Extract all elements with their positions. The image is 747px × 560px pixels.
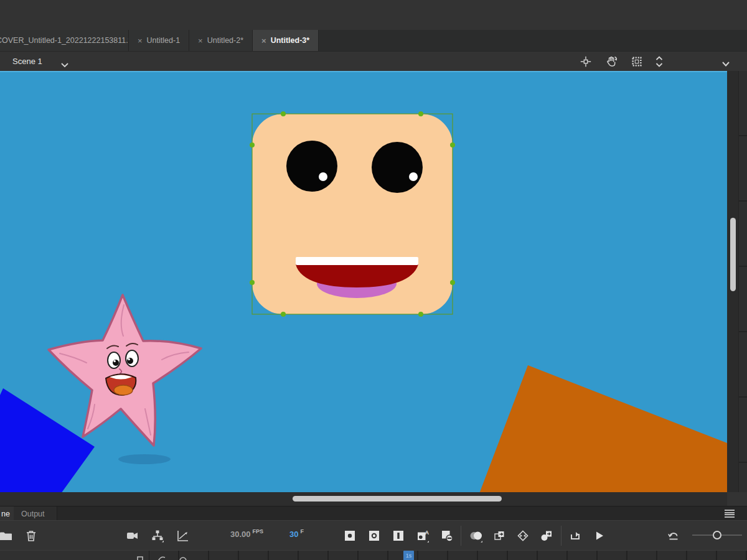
scene-dropdown-icon[interactable] [61,59,68,70]
timeline-ruler-row[interactable]: 1s [0,550,747,560]
insert-keyframe-icon[interactable] [342,528,357,543]
tab-close-icon[interactable]: × [198,36,203,45]
toolbar-separator [461,526,461,546]
bottom-panel-tab-bar: ne Output [0,506,747,520]
doc-tab-label: Untitled-2* [207,36,243,45]
frame-value[interactable]: 30 [289,530,298,539]
doc-tab-label: Untitled-1 [147,36,181,45]
insert-blank-keyframe-icon[interactable] [367,528,382,543]
zoom-dropdown-icon[interactable] [721,58,730,70]
graph-editor-icon[interactable] [176,528,190,543]
rotate-hand-icon[interactable] [604,54,619,69]
vertical-scrollbar-thumb[interactable] [730,218,736,291]
vertical-scrollbar [727,71,738,492]
playhead-label: 1s [406,553,412,559]
right-panel-edge [738,71,747,492]
auto-keyframe-icon[interactable]: A [415,528,430,543]
frame-ruler[interactable] [149,551,747,560]
horizontal-scrollbar-thumb[interactable] [293,496,502,502]
duplicate-frame-icon[interactable] [492,528,507,543]
playhead-marker[interactable]: 1s [403,551,414,560]
shape-tween-icon[interactable] [539,528,554,543]
animate-app-window: { "ui": { "close_glyph": "×", "colors": … [0,0,747,560]
loop-icon[interactable] [568,528,583,543]
clip-content-icon[interactable] [629,54,644,69]
new-folder-icon[interactable] [0,528,14,543]
doc-tab-untitled-1[interactable]: × Untitled-1 [129,30,189,51]
frame-rate[interactable]: 30.00FPS [230,530,263,539]
stage-shape-orange[interactable] [479,365,727,492]
parenting-view-icon[interactable] [150,528,165,543]
document-tab-strip: COVER_Untitled-1_20221222153811.fla* × U… [0,30,747,51]
tab-close-icon[interactable]: × [138,36,143,45]
face-symbol[interactable] [252,114,453,314]
tab-output[interactable]: Output [14,506,57,521]
play-icon[interactable] [591,528,606,543]
camera-icon[interactable] [125,528,140,543]
svg-text:A: A [425,530,430,536]
frame-unit: F [300,528,304,534]
fps-unit: FPS [253,528,264,534]
insert-frame-icon[interactable] [391,528,406,543]
fps-value[interactable]: 30.00 [230,530,251,539]
edit-bar: Scene 1 [0,51,747,72]
starfish-graphic[interactable] [49,295,201,446]
reset-timeline-zoom-icon[interactable] [666,528,681,543]
onion-skin-icon[interactable] [469,528,484,543]
doc-tab-untitled-3[interactable]: × Untitled-3* [253,30,319,51]
doc-tab-label: COVER_Untitled-1_20221222153811.fla* [0,36,129,45]
center-stage-icon[interactable] [578,54,593,69]
tab-timeline-label: ne [1,510,10,518]
toolbar-separator [561,526,561,546]
doc-tab-untitled-2[interactable]: × Untitled-2* [189,30,253,51]
tab-output-label: Output [21,510,45,518]
starfish-shadow [118,454,171,464]
layer-mini-icon-pen[interactable] [157,554,167,560]
current-frame[interactable]: 30F [289,530,304,539]
tab-close-icon[interactable]: × [261,36,266,45]
scene-name[interactable]: Scene 1 [12,57,42,66]
timeline-toolbar: 30.00FPS 30F A [0,520,747,550]
remove-frame-icon[interactable] [439,528,454,543]
stage-shape-blue[interactable] [0,388,95,492]
doc-tab-recovered-file[interactable]: COVER_Untitled-1_20221222153811.fla* [0,30,129,51]
menu-bar [0,0,747,30]
motion-tween-icon[interactable] [515,528,530,543]
doc-tab-label: Untitled-3* [271,36,310,45]
delete-icon[interactable] [24,528,39,543]
stage-canvas[interactable] [0,71,727,492]
layer-controls-strip [0,551,149,560]
timeline-zoom-knob[interactable] [712,530,722,543]
tab-timeline[interactable]: ne [0,506,14,521]
horizontal-scrollbar [0,492,727,506]
panel-menu-icon[interactable] [725,510,735,518]
zoom-stepper-icon[interactable] [655,55,664,71]
layer-mini-icon-square[interactable] [136,554,146,560]
layer-mini-icon-circle[interactable] [178,554,188,560]
